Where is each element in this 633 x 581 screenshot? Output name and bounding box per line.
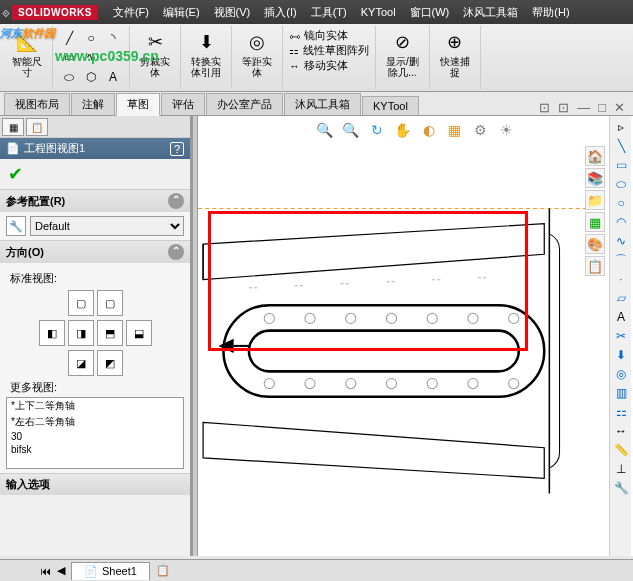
offset-button[interactable]: ◎ 等距实 体 [238, 28, 276, 80]
mirror-tool[interactable]: ▥ [612, 384, 630, 402]
doc-minimize[interactable]: — [577, 100, 590, 115]
tab-sketch[interactable]: 草图 [116, 93, 160, 116]
arc-tool[interactable]: ◠ [612, 213, 630, 231]
linear-pattern-button[interactable]: ⚏线性草图阵列 [289, 43, 369, 58]
trim-button[interactable]: ✂ 剪裁实 体 [136, 28, 174, 80]
appearance-button[interactable]: ⚙ [471, 120, 491, 140]
menu-kytool[interactable]: KYTool [354, 6, 403, 18]
menu-view[interactable]: 视图(V) [207, 5, 258, 20]
sheet-tab[interactable]: 📄 Sheet1 [71, 562, 150, 580]
menu-edit[interactable]: 编辑(E) [156, 5, 207, 20]
view-palette-tab[interactable]: ▦ [585, 212, 605, 232]
circle-tool[interactable]: ○ [81, 29, 101, 47]
tab-layout[interactable]: 视图布局 [4, 93, 70, 115]
menu-help[interactable]: 帮助(H) [525, 5, 576, 20]
polygon-tool[interactable]: ⬡ [81, 68, 101, 86]
orientation-header[interactable]: 方向(O) ⌃ [0, 241, 190, 263]
menu-tools[interactable]: 工具(T) [304, 5, 354, 20]
view-left[interactable]: ◧ [39, 320, 65, 346]
plane-tool[interactable]: ▱ [612, 289, 630, 307]
point-tool[interactable]: · [103, 48, 123, 66]
dimension-tool[interactable]: 📏 [612, 441, 630, 459]
config-dropdown[interactable]: Default [30, 216, 184, 236]
home-tab[interactable]: 🏠 [585, 146, 605, 166]
offset-tool[interactable]: ◎ [612, 365, 630, 383]
design-library-tab[interactable]: 📚 [585, 168, 605, 188]
view-back[interactable]: ▢ [97, 290, 123, 316]
view-iso[interactable]: ◪ [68, 350, 94, 376]
list-item[interactable]: *上下二等角轴 [7, 398, 183, 414]
zoom-fit-button[interactable]: 🔍 [341, 120, 361, 140]
tab-annotation[interactable]: 注解 [71, 93, 115, 115]
input-options-header[interactable]: 输入选项 [0, 473, 190, 495]
panel-tab-1[interactable]: ▦ [2, 118, 24, 136]
menu-mufeng[interactable]: 沐风工具箱 [456, 5, 525, 20]
move-tool[interactable]: ↔ [612, 422, 630, 440]
list-item[interactable]: *左右二等角轴 [7, 414, 183, 430]
menu-file[interactable]: 文件(F) [106, 5, 156, 20]
slot-tool[interactable]: ⬭ [59, 68, 79, 86]
text-tool[interactable]: A [103, 68, 123, 86]
tab-office[interactable]: 办公室产品 [206, 93, 283, 115]
pan-button[interactable]: ✋ [393, 120, 413, 140]
point-tool[interactable]: · [612, 270, 630, 288]
confirm-button[interactable]: ✔ [0, 159, 190, 189]
doc-maximize[interactable]: □ [598, 100, 606, 115]
view-right[interactable]: ◨ [68, 320, 94, 346]
more-views-list[interactable]: *上下二等角轴 *左右二等角轴 30 bifsk [6, 397, 184, 469]
circle-tool[interactable]: ○ [612, 194, 630, 212]
sheet-nav-prev[interactable]: ◀ [57, 564, 65, 577]
fillet-tool[interactable]: ⌒ [612, 251, 630, 269]
file-explorer-tab[interactable]: 📁 [585, 190, 605, 210]
convert-button[interactable]: ⬇ 转换实 体引用 [187, 28, 225, 80]
menu-window[interactable]: 窗口(W) [403, 5, 457, 20]
view-bottom[interactable]: ⬓ [126, 320, 152, 346]
tab-kytool[interactable]: KYTool [362, 96, 419, 115]
view-dimetric[interactable]: ◩ [97, 350, 123, 376]
quick-snap-button[interactable]: ⊕ 快速捕 捉 [436, 28, 474, 80]
line-tool[interactable]: ╱ [59, 29, 79, 47]
panel-help-button[interactable]: ? [170, 142, 184, 156]
line-tool[interactable]: ╲ [612, 137, 630, 155]
drawing-viewport[interactable]: 🔍 🔍 ↻ ✋ ◐ ▦ ⚙ ☀ 🏠 📚 📁 ▦ 🎨 📋 ▹ ╲ ▭ ⬭ ○ ◠ … [198, 116, 633, 556]
text-tool[interactable]: A [612, 308, 630, 326]
panel-tab-2[interactable]: 📋 [26, 118, 48, 136]
doc-prev[interactable]: ⊡ [539, 100, 550, 115]
sheet-nav-first[interactable]: ⏮ [40, 565, 51, 577]
trim-tool[interactable]: ✂ [612, 327, 630, 345]
drawing-canvas[interactable] [198, 146, 585, 556]
add-sheet-button[interactable]: 📋 [156, 564, 170, 577]
rect-tool[interactable]: ▭ [59, 48, 79, 66]
custom-props-tab[interactable]: 📋 [585, 256, 605, 276]
rectangle-tool[interactable]: ▭ [612, 156, 630, 174]
list-item[interactable]: 30 [7, 430, 183, 443]
appearances-tab[interactable]: 🎨 [585, 234, 605, 254]
smart-dimension-button[interactable]: 📐 智能尺 寸 [8, 28, 46, 80]
doc-next[interactable]: ⊡ [558, 100, 569, 115]
doc-close[interactable]: ✕ [614, 100, 625, 115]
tab-mufeng[interactable]: 沐风工具箱 [284, 93, 361, 115]
select-tool[interactable]: ▹ [612, 118, 630, 136]
slot-tool[interactable]: ⬭ [612, 175, 630, 193]
ref-config-header[interactable]: 参考配置(R) ⌃ [0, 190, 190, 212]
show-delete-button[interactable]: ⊘ 显示/删 除几... [382, 28, 423, 80]
convert-tool[interactable]: ⬇ [612, 346, 630, 364]
spline-tool[interactable]: ∿ [81, 48, 101, 66]
mirror-button[interactable]: ⧟镜向实体 [289, 28, 348, 43]
view-front[interactable]: ▢ [68, 290, 94, 316]
view-top[interactable]: ⬒ [97, 320, 123, 346]
rotate-button[interactable]: ↻ [367, 120, 387, 140]
scene-button[interactable]: ☀ [497, 120, 517, 140]
display-button[interactable]: ▦ [445, 120, 465, 140]
move-button[interactable]: ↔移动实体 [289, 58, 348, 73]
section-button[interactable]: ◐ [419, 120, 439, 140]
relation-tool[interactable]: ⊥ [612, 460, 630, 478]
menu-insert[interactable]: 插入(I) [257, 5, 303, 20]
zoom-in-button[interactable]: 🔍 [315, 120, 335, 140]
list-item[interactable]: bifsk [7, 443, 183, 456]
pattern-tool[interactable]: ⚏ [612, 403, 630, 421]
spline-tool[interactable]: ∿ [612, 232, 630, 250]
tab-evaluate[interactable]: 评估 [161, 93, 205, 115]
arc-tool[interactable]: ◝ [103, 29, 123, 47]
repair-tool[interactable]: 🔧 [612, 479, 630, 497]
